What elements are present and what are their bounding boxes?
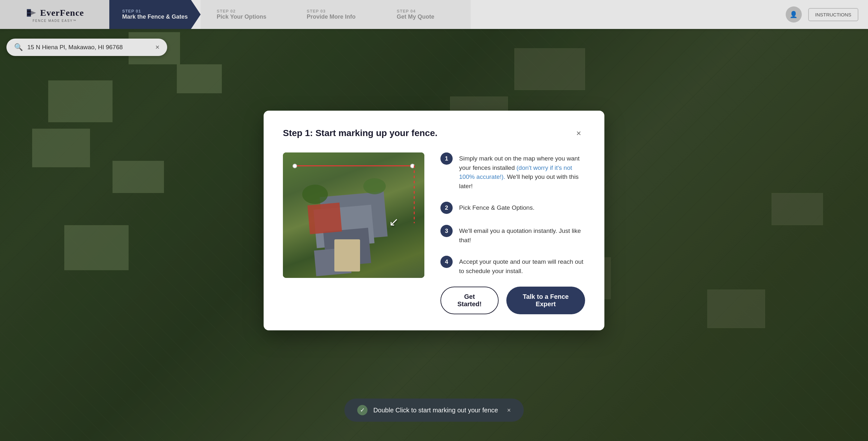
talk-to-expert-button[interactable]: Talk to a Fence Expert [506, 287, 585, 314]
step-2-text: Pick Fence & Gate Options. [459, 202, 534, 213]
modal-close-button[interactable]: × [572, 127, 585, 140]
toast-text: Double Click to start marking out your f… [373, 407, 498, 414]
step-circle-2: 2 [440, 202, 453, 214]
instruction-step-3: 3 We'll email you a quotation instantly.… [440, 225, 585, 245]
instruction-step-4: 4 Accept your quote and our team will re… [440, 256, 585, 276]
toast-check-icon: ✓ [357, 405, 368, 415]
fence-demo-image: ↙ [283, 152, 424, 278]
fence-endpoint-left [292, 164, 297, 168]
fence-line-horizontal [292, 165, 415, 166]
step-circle-1: 1 [440, 152, 453, 165]
cursor-arrow-icon: ↙ [389, 215, 399, 229]
step-1-text: Simply mark out on the map where you wan… [459, 152, 585, 191]
fence-line-vertical [414, 165, 415, 223]
modal-buttons: Get Started! Talk to a Fence Expert [440, 287, 585, 314]
toast-close-button[interactable]: × [507, 407, 511, 414]
step-circle-4: 4 [440, 256, 453, 268]
get-started-button[interactable]: Get Started! [440, 287, 499, 314]
step-4-text: Accept your quote and our team will reac… [459, 256, 585, 276]
step-circle-3: 3 [440, 225, 453, 237]
instruction-step-2: 2 Pick Fence & Gate Options. [440, 202, 585, 214]
instructions-modal: Step 1: Start marking up your fence. × [264, 111, 604, 330]
bottom-toast: ✓ Double Click to start marking out your… [344, 399, 524, 422]
modal-overlay: Step 1: Start marking up your fence. × [0, 0, 868, 441]
modal-body: ↙ 1 Simply mark out on the map where you… [283, 152, 585, 314]
modal-title: Step 1: Start marking up your fence. [283, 128, 437, 138]
modal-image-section: ↙ [283, 152, 424, 278]
step-3-text: We'll email you a quotation instantly. J… [459, 225, 585, 245]
instruction-step-1: 1 Simply mark out on the map where you w… [440, 152, 585, 191]
modal-header: Step 1: Start marking up your fence. × [283, 127, 585, 140]
modal-steps: 1 Simply mark out on the map where you w… [440, 152, 585, 314]
